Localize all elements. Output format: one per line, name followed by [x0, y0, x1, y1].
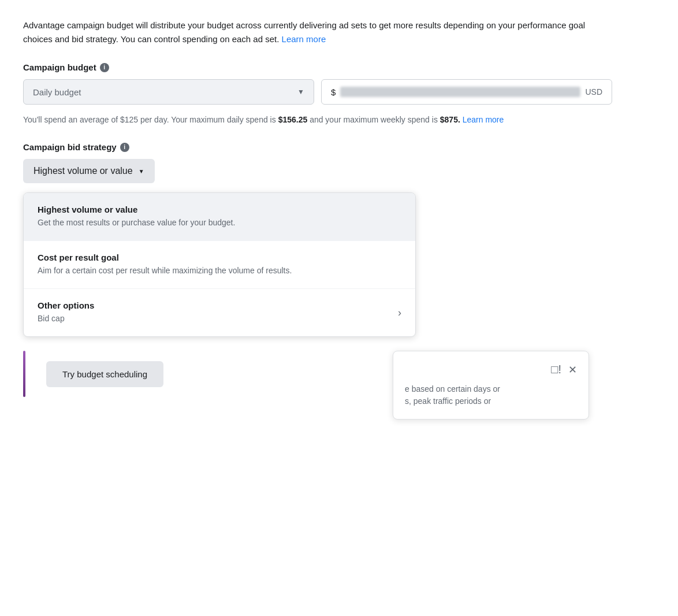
bid-option-cost-per-result-title: Cost per result goal — [38, 253, 401, 262]
campaign-budget-label: Campaign budget i — [23, 62, 612, 72]
bid-strategy-chevron-icon: ▼ — [139, 168, 144, 175]
other-options-text-group: Other options Bid cap — [38, 300, 94, 325]
bid-strategy-current-value: Highest volume or value — [33, 166, 133, 176]
spend-info-part1: You'll spend an average of $125 per day.… — [23, 115, 276, 124]
bid-strategy-label: Campaign bid strategy i — [23, 142, 612, 152]
bid-option-other-options[interactable]: Other options Bid cap › — [24, 289, 415, 336]
spend-learn-more-link[interactable]: Learn more — [463, 115, 504, 124]
other-options-chevron-right-icon: › — [398, 307, 401, 319]
notification-chat-icon: □! — [551, 363, 561, 376]
bid-option-highest-volume-desc: Get the most results or purchase value f… — [38, 217, 401, 229]
campaign-budget-info-icon[interactable]: i — [100, 63, 109, 72]
notification-text-part2: s, peak traffic periods or — [405, 396, 491, 406]
budget-type-label: Daily budget — [33, 87, 81, 97]
bid-option-cost-per-result[interactable]: Cost per result goal Aim for a certain c… — [24, 241, 415, 289]
notification-text: e based on certain days or s, peak traff… — [405, 383, 577, 407]
content-area: Advantage campaign budget will distribut… — [0, 0, 635, 420]
bottom-area: Try budget scheduling □! ✕ e based on ce… — [23, 351, 612, 397]
budget-type-chevron-icon: ▼ — [297, 88, 304, 96]
purple-accent-bar — [23, 351, 25, 397]
bid-option-highest-volume-title: Highest volume or value — [38, 205, 401, 214]
currency-symbol: $ — [331, 87, 336, 97]
page-container: Advantage campaign budget will distribut… — [0, 0, 678, 616]
bid-option-cost-per-result-desc: Aim for a certain cost per result while … — [38, 265, 401, 277]
spend-info-part2: and your maximum weekly spend is — [310, 115, 438, 124]
bid-strategy-dropdown-menu: Highest volume or value Get the most res… — [23, 192, 416, 337]
spend-max-weekly: $875. — [440, 115, 460, 124]
bid-strategy-section: Campaign bid strategy i Highest volume o… — [23, 142, 612, 337]
notification-close-icon[interactable]: ✕ — [568, 363, 577, 376]
bid-option-other-title: Other options — [38, 300, 94, 310]
other-options-row: Other options Bid cap › — [38, 300, 401, 325]
amount-value-blurred — [340, 87, 580, 97]
intro-text: Advantage campaign budget will distribut… — [23, 18, 612, 46]
try-budget-section: Try budget scheduling — [35, 351, 163, 397]
bid-strategy-dropdown-button[interactable]: Highest volume or value ▼ — [23, 159, 155, 183]
budget-type-select[interactable]: Daily budget ▼ — [23, 79, 314, 105]
bid-option-highest-volume[interactable]: Highest volume or value Get the most res… — [24, 193, 415, 241]
notification-header: □! ✕ — [405, 363, 577, 376]
notification-card: □! ✕ e based on certain days or s, peak … — [393, 351, 589, 420]
currency-code: USD — [585, 87, 602, 97]
budget-row: Daily budget ▼ $ USD — [23, 79, 612, 105]
intro-learn-more-link[interactable]: Learn more — [282, 34, 326, 44]
notification-text-part1: e based on certain days or — [405, 384, 500, 394]
bid-option-other-desc: Bid cap — [38, 313, 94, 325]
budget-amount-input[interactable]: $ USD — [321, 79, 612, 105]
spend-info-text: You'll spend an average of $125 per day.… — [23, 114, 612, 126]
try-budget-scheduling-button[interactable]: Try budget scheduling — [46, 361, 163, 387]
spend-max-daily: $156.25 — [278, 115, 308, 124]
bid-strategy-info-icon[interactable]: i — [120, 143, 129, 152]
